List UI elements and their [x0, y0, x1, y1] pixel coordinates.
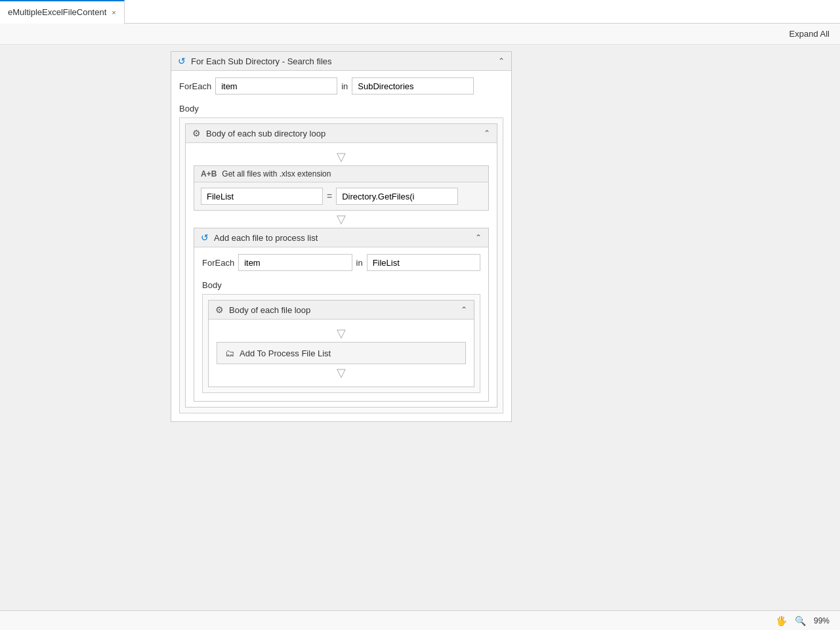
assign-left-input[interactable]	[201, 188, 323, 205]
inner-foreach-body-content: ⚙ Body of each file loop ⌃ ▽	[202, 294, 480, 393]
sequence2-header: ⚙ Body of each file loop ⌃	[209, 301, 474, 320]
inner-loop-icon: ↺	[201, 232, 209, 243]
assign-header: A+B Get all files with .xlsx extension	[194, 166, 488, 182]
arrow3: ▽	[337, 327, 346, 339]
sequence2-body: ▽ 🗂 Add To Process File List ▽	[209, 320, 474, 387]
outer-foreach-body-content: ⚙ Body of each sub directory loop ⌃ ▽ A+…	[179, 117, 503, 413]
main-tab[interactable]: eMultipleExcelFileContent ×	[0, 0, 125, 24]
outer-foreach-collection-input[interactable]	[352, 77, 474, 94]
activity-block[interactable]: 🗂 Add To Process File List	[217, 342, 466, 364]
assign-right-input[interactable]	[336, 188, 458, 205]
tab-close-icon[interactable]: ×	[112, 9, 116, 16]
sequence2-title: Body of each file loop	[229, 305, 310, 315]
outer-foreach-title: For Each Sub Directory - Search files	[191, 56, 332, 66]
zoom-level: 99%	[814, 616, 830, 625]
assign-row: =	[194, 182, 488, 210]
outer-foreach-block: ↺ For Each Sub Directory - Search files …	[171, 51, 512, 422]
toolbar: Expand All	[0, 24, 840, 45]
outer-foreach-item-input[interactable]	[215, 77, 337, 94]
status-bar: 🖐 🔍 99%	[0, 610, 840, 630]
activity-icon: 🗂	[225, 348, 234, 358]
inner-foreach-in-label: in	[356, 258, 363, 268]
sequence1-title: Body of each sub directory loop	[206, 129, 326, 138]
tab-label: eMultipleExcelFileContent	[8, 7, 106, 17]
sequence2-block: ⚙ Body of each file loop ⌃ ▽	[208, 300, 474, 387]
outer-foreach-collapse-icon[interactable]: ⌃	[498, 56, 505, 66]
inner-foreach-label: ForEach	[202, 258, 234, 268]
assign-block: A+B Get all files with .xlsx extension =	[194, 165, 489, 211]
outer-foreach-label: ForEach	[179, 81, 211, 91]
outer-foreach-body-label: Body	[171, 101, 511, 117]
arrow2: ▽	[337, 213, 346, 225]
workflow-container: ↺ For Each Sub Directory - Search files …	[171, 45, 512, 610]
sequence1-collapse-icon[interactable]: ⌃	[484, 129, 490, 138]
arrow1: ▽	[337, 151, 346, 163]
assign-icon: A+B	[201, 169, 217, 178]
right-strip	[512, 45, 840, 610]
search-icon: 🔍	[795, 616, 806, 626]
inner-foreach-body-label: Body	[194, 278, 488, 294]
assign-title: Get all files with .xlsx extension	[222, 169, 331, 178]
canvas-area: ↺ For Each Sub Directory - Search files …	[0, 45, 840, 610]
inner-foreach-collection-input[interactable]	[367, 254, 480, 271]
outer-foreach-in-label: in	[341, 81, 348, 91]
sequence1-gear-icon: ⚙	[192, 128, 201, 138]
inner-foreach-collapse-icon[interactable]: ⌃	[475, 233, 482, 242]
left-strip	[0, 45, 171, 610]
sequence1-header: ⚙ Body of each sub directory loop ⌃	[186, 124, 497, 143]
loop-icon: ↺	[178, 56, 186, 66]
title-bar: eMultipleExcelFileContent ×	[0, 0, 840, 24]
inner-foreach-title: Add each file to process list	[214, 233, 318, 243]
hand-icon: 🖐	[776, 616, 787, 626]
inner-foreach-row: ForEach in	[194, 247, 488, 278]
sequence2-gear-icon: ⚙	[215, 304, 224, 315]
expand-all-button[interactable]: Expand All	[789, 29, 830, 39]
arrow4: ▽	[337, 367, 346, 379]
inner-foreach-header: ↺ Add each file to process list ⌃	[194, 228, 488, 247]
outer-foreach-header: ↺ For Each Sub Directory - Search files …	[171, 52, 511, 71]
sequence2-collapse-icon[interactable]: ⌃	[461, 305, 467, 314]
sequence1-block: ⚙ Body of each sub directory loop ⌃ ▽ A+…	[185, 123, 497, 408]
outer-foreach-row: ForEach in	[171, 71, 511, 101]
sequence1-body: ▽ A+B Get all files with .xlsx extension…	[186, 143, 497, 407]
assign-eq: =	[327, 191, 332, 201]
inner-foreach-block: ↺ Add each file to process list ⌃ ForEac…	[194, 228, 489, 402]
inner-foreach-item-input[interactable]	[238, 254, 352, 271]
activity-label: Add To Process File List	[240, 348, 331, 358]
